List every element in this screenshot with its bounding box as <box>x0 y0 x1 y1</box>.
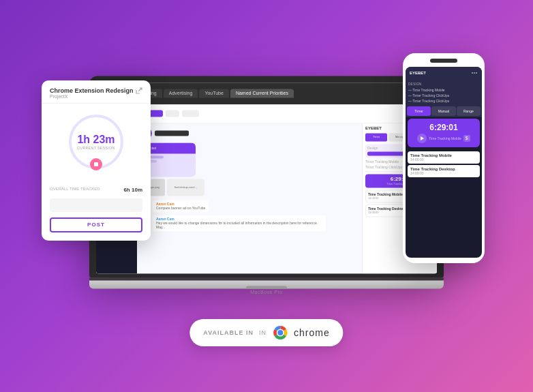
browser-tab-advertising[interactable]: Advertising <box>164 89 198 97</box>
chrome-extension-popup: Chrome Extension Redesign ProjectX 1h 23… <box>42 80 151 241</box>
badge-chrome-text: chrome <box>294 327 330 338</box>
phone-header: EYEBET <box>406 67 482 79</box>
phone-tabs: Timer Manual Range <box>406 105 482 117</box>
scene-container: Marketing Advertising YouTube Named Curr… <box>28 26 505 367</box>
phone-list-item-1[interactable]: — Time Tracking Mobile <box>408 87 479 93</box>
svg-point-8 <box>472 72 473 74</box>
phone-menu-icon[interactable] <box>471 70 478 76</box>
ext-title: Chrome Extension Redesign <box>50 87 134 94</box>
phone-bottom-items: Time Tracking Mobile 14:00:00 Time Track… <box>406 149 482 180</box>
phone-play-icon <box>421 136 424 140</box>
message-content-2: Aaron Cam Hey we would like to change di… <box>153 215 326 231</box>
ext-post-button[interactable]: POST <box>50 217 142 232</box>
ext-subtitle: ProjectX <box>50 94 134 99</box>
message-bubble-1: Aaron Cam Compare banner ad on YouTube <box>141 200 358 212</box>
phone-active-timer: 6:29:01 Time Tracking Mobile $ <box>408 119 480 147</box>
browser-tab-youtube[interactable]: YouTube <box>199 89 229 97</box>
message-content-1: Aaron Cam Compare banner ad on YouTube <box>153 200 209 212</box>
browser-tabs: Marketing Advertising YouTube Named Curr… <box>130 89 431 97</box>
ext-timer-circle: 1h 23m CURRENT SESSION <box>69 115 123 169</box>
stop-icon <box>94 162 98 166</box>
app-content: Podcast image.png <box>137 123 437 273</box>
macbook-base <box>89 277 444 288</box>
message-bubble-2: Aaron Cam Hey we would like to change di… <box>141 215 358 231</box>
message-list: Podcast image.png <box>137 123 362 273</box>
svg-point-9 <box>474 72 475 74</box>
phone-timer-label: Time Tracking Mobile <box>429 136 461 140</box>
ext-overall-label: OVERALL TIME TRACKED <box>50 187 100 193</box>
phone-play-button[interactable] <box>417 134 427 143</box>
chrome-icon <box>272 325 288 341</box>
ext-post-label: POST <box>87 222 105 228</box>
phone-notch <box>430 59 457 63</box>
macbook-bottom <box>89 280 444 288</box>
phone-screen: EYEBET Design — Time Tracking Mobile — T… <box>406 67 482 258</box>
expand-icon[interactable] <box>136 87 142 94</box>
svg-point-10 <box>476 72 477 74</box>
badge-in-text: IN <box>259 329 266 336</box>
phone-list-item-3[interactable]: — Timer Tracking ClickUps <box>408 98 479 104</box>
phone-tab-range[interactable]: Range <box>457 106 481 116</box>
phone-section-header: Design <box>408 80 479 87</box>
mobile-phone: EYEBET Design — Time Tracking Mobile — T… <box>403 53 485 263</box>
chrome-available-badge[interactable]: AVAILABLE IN IN chrome <box>189 319 343 346</box>
ext-overall-time: 6h 10m <box>123 187 142 193</box>
ext-session-label: CURRENT SESSION <box>77 146 115 150</box>
app-main: Podcast image.png <box>137 104 437 273</box>
svg-point-13 <box>277 330 283 335</box>
badge-available-text: AVAILABLE IN <box>203 329 254 336</box>
phone-header-title: EYEBET <box>410 71 426 75</box>
ext-time-display: 1h 23m <box>77 134 115 146</box>
macbook-label: MacBook Pro <box>89 290 444 295</box>
phone-list-item-2[interactable]: — Timer Tracking ClickUps <box>408 93 479 98</box>
phone-stop-button[interactable]: $ <box>463 135 470 142</box>
browser-tab-priorities[interactable]: Named Current Priorities <box>230 89 294 97</box>
phone-design-section: Design — Time Tracking Mobile — Timer Tr… <box>406 79 482 105</box>
app-toolbar <box>137 104 437 123</box>
phone-tab-timer[interactable]: Timer <box>407 106 431 116</box>
phone-bottom-item-2: Time Tracking Desktop 14:00:00 <box>408 165 480 177</box>
ext-header: Chrome Extension Redesign ProjectX <box>42 80 151 104</box>
phone-bottom-item-1: Time Tracking Mobile 14:00:00 <box>408 151 480 164</box>
phone-item-time-1: 14:00:00 <box>410 157 477 162</box>
ext-overall-section: OVERALL TIME TRACKED 6h 10m <box>42 187 151 193</box>
ext-stop-button[interactable] <box>90 158 102 170</box>
ext-work-input[interactable] <box>50 198 142 212</box>
phone-item-time-2: 14:00:00 <box>410 171 477 175</box>
phone-tab-manual[interactable]: Manual <box>431 106 455 116</box>
phone-timer-time: 6:29:01 <box>410 123 477 132</box>
macbook-notch <box>246 286 287 288</box>
ext-timer-area: 1h 23m CURRENT SESSION <box>42 104 151 187</box>
